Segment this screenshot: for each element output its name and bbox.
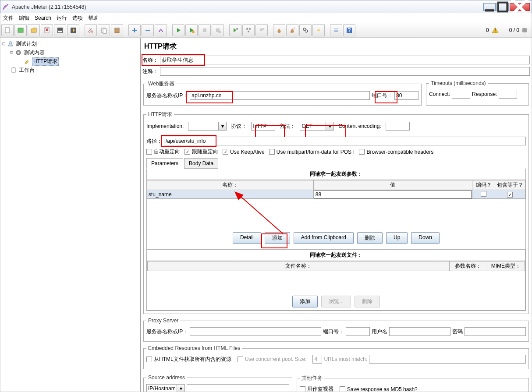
maximize-button[interactable] [497, 3, 509, 11]
clear-button[interactable] [273, 24, 285, 36]
response-input[interactable] [499, 90, 517, 99]
embedded-legend: Embedded Resources from HTML Files [146, 345, 242, 351]
flask-icon [7, 40, 14, 47]
path-input[interactable] [164, 137, 526, 145]
reset-search-button[interactable] [312, 24, 325, 36]
file-col-name[interactable]: 文件名称： [148, 261, 450, 271]
col-encode[interactable]: 编码？ [472, 180, 495, 190]
encoding-input[interactable] [386, 122, 410, 131]
minimize-button[interactable] [483, 3, 496, 11]
clear-all-button[interactable] [286, 24, 298, 36]
comment-input[interactable] [160, 67, 530, 76]
proxy-user-label: 用户名 [372, 328, 387, 335]
menu-options[interactable]: 选项 [72, 14, 83, 22]
start-button[interactable] [172, 24, 184, 36]
panel-title: HTTP请求 [142, 39, 530, 56]
param-name-input[interactable] [147, 191, 313, 198]
copy-button[interactable] [98, 24, 110, 36]
file-col-mime[interactable]: MIME类型： [487, 261, 525, 271]
tree-httprequest[interactable]: HTTP请求 [23, 57, 138, 66]
chk-md5[interactable]: Save response as MD5 hash? [340, 386, 418, 392]
name-input[interactable] [160, 56, 530, 64]
expand-button[interactable] [128, 24, 141, 36]
menu-bar: 文件 编辑 Search 运行 选项 帮助 [0, 13, 532, 23]
tree-workbench[interactable]: 工作台 [10, 66, 138, 74]
col-value[interactable]: 值 [313, 180, 472, 190]
chk-follow-redirect[interactable]: 跟随重定向 [184, 148, 218, 155]
protocol-input[interactable] [251, 122, 275, 131]
search-icon-button[interactable] [299, 24, 312, 36]
timeouts-legend: Timeouts (milliseconds) [429, 80, 488, 86]
proxy-host-input[interactable] [190, 327, 321, 336]
btn-add-clipboard[interactable]: Add from Clipboard [294, 232, 354, 244]
chk-keepalive[interactable]: Use KeepAlive [223, 149, 265, 155]
col-include[interactable]: 包含等于？ [495, 180, 525, 190]
btn-down[interactable]: Down [411, 232, 440, 244]
param-value-input[interactable] [314, 191, 472, 198]
menu-search[interactable]: Search [35, 15, 51, 21]
chk-monitor[interactable]: 用作监视器 [300, 385, 333, 392]
param-row-1[interactable] [147, 190, 525, 199]
impl-combo[interactable]: ▾ [188, 122, 227, 131]
file-col-param[interactable]: 参数名称： [449, 261, 487, 271]
chk-embedded-get[interactable]: 从HTML文件获取所有内含的资源 [146, 356, 231, 363]
close-file-button[interactable] [41, 24, 53, 36]
method-combo[interactable]: ▾ [300, 122, 334, 131]
path-label: 路径： [146, 138, 162, 145]
btn-add-file[interactable]: 添加 [292, 296, 318, 307]
menu-help[interactable]: 帮助 [88, 14, 99, 22]
chk-multipart[interactable]: Use multipart/form-data for POST [269, 149, 355, 155]
function-helper-button[interactable] [330, 24, 342, 36]
collapse-button[interactable] [142, 24, 154, 36]
port-input[interactable] [394, 91, 419, 100]
btn-browse-file[interactable]: 浏览... [321, 296, 351, 307]
col-name[interactable]: 名称： [147, 180, 314, 190]
param-include-chk[interactable] [507, 192, 513, 198]
close-button[interactable] [510, 3, 530, 11]
open-button[interactable] [28, 24, 40, 36]
stop-button[interactable] [199, 24, 211, 36]
param-encode-chk[interactable] [481, 191, 486, 197]
help-icon-button[interactable]: ? [343, 24, 355, 36]
btn-add-param[interactable]: 添加 [265, 232, 290, 244]
svg-rect-19 [116, 28, 118, 29]
urls-match-input[interactable] [369, 355, 526, 364]
source-type-combo[interactable]: ▾ [146, 384, 185, 392]
host-input[interactable] [190, 91, 370, 100]
tab-parameters[interactable]: Parameters [146, 158, 183, 169]
toggle-button[interactable] [155, 24, 167, 36]
menu-edit[interactable]: 编辑 [19, 14, 29, 22]
paste-button[interactable] [111, 24, 123, 36]
btn-delete-file[interactable]: 删除 [355, 296, 380, 307]
btn-up[interactable]: Up [386, 232, 408, 244]
tab-body-data[interactable]: Body Data [184, 158, 218, 169]
connect-input[interactable] [452, 90, 470, 99]
save-as-button[interactable] [67, 24, 79, 36]
btn-delete-param[interactable]: 删除 [357, 232, 383, 244]
save-button[interactable] [54, 24, 66, 36]
templates-button[interactable] [14, 24, 27, 36]
tree-panel[interactable]: ⊟ 测试计划 ⊟ 测试内容 HTTP请求 工作台 [0, 38, 141, 392]
menu-run[interactable]: 运行 [57, 14, 67, 22]
tree-testcontent[interactable]: ⊟ 测试内容 [10, 48, 138, 57]
proxy-pwd-input[interactable] [465, 327, 526, 336]
remote-stop-button[interactable] [255, 24, 268, 36]
menu-file[interactable]: 文件 [3, 14, 14, 22]
chk-auto-redirect[interactable]: 自动重定向 [146, 148, 180, 155]
remote-start-all-button[interactable] [242, 24, 255, 36]
proxy-port-input[interactable] [346, 327, 370, 336]
btn-detail[interactable]: Detail [233, 232, 261, 244]
proxy-user-input[interactable] [389, 327, 450, 336]
source-input[interactable] [187, 384, 289, 392]
tree-testplan[interactable]: ⊟ 测试计划 [2, 39, 138, 48]
files-header: 同请求一起发送文件： [147, 250, 525, 261]
remote-start-button[interactable] [229, 24, 241, 36]
cut-button[interactable] [85, 24, 97, 36]
chk-browser-compat[interactable]: Browser-compatible headers [359, 149, 433, 155]
new-button[interactable] [1, 24, 14, 36]
impl-label: Implementation: [146, 123, 184, 129]
shutdown-button[interactable] [212, 24, 224, 36]
params-header: 同请求一起发送参数： [147, 169, 525, 180]
start-no-timers-button[interactable] [185, 24, 198, 36]
thread-count: 0 / 0 [509, 27, 519, 33]
